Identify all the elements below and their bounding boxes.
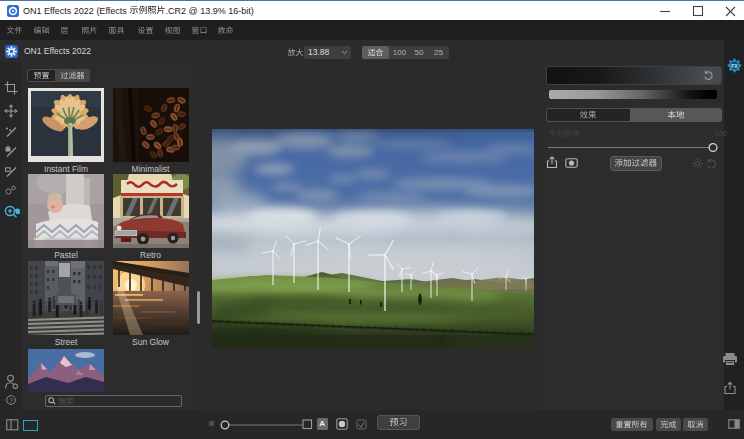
svg-text:?: ? [9, 397, 13, 404]
svg-text:FX: FX [731, 63, 738, 69]
